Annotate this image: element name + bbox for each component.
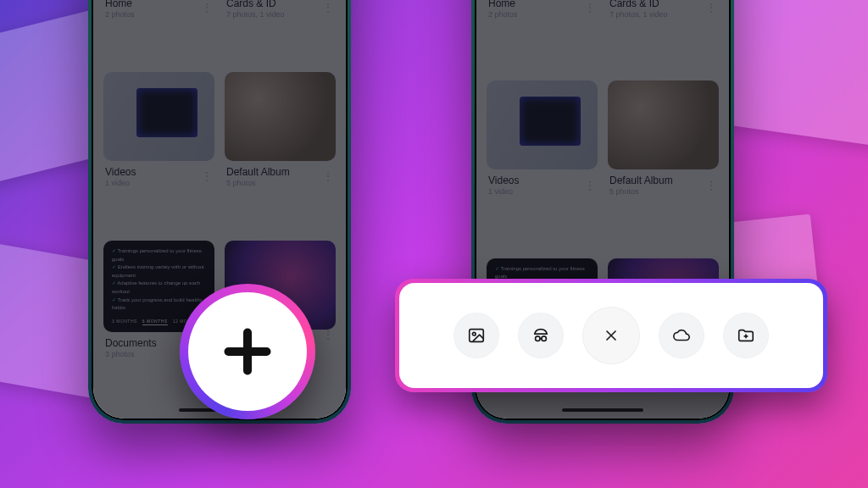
album-title: Videos (488, 175, 519, 186)
album-title: Cards & ID (609, 0, 668, 9)
checklist-line: Track your progress and build healthy ha… (112, 297, 206, 313)
album-subtitle: 2 photos (105, 10, 135, 19)
album-subtitle: 3 photos (105, 350, 157, 358)
album-item[interactable]: Home 2 photos ⋮ (103, 0, 214, 62)
svg-point-1 (472, 332, 476, 336)
add-folder-icon (737, 326, 755, 345)
cloud-icon (672, 326, 691, 345)
album-subtitle: 7 photos, 1 video (226, 10, 285, 19)
album-thumbnail (103, 72, 214, 161)
album-item[interactable]: Cards & ID 7 photos, 1 video ⋮ (608, 0, 719, 70)
album-item[interactable]: Cards & ID 7 photos, 1 video ⋮ (225, 0, 336, 62)
home-indicator (562, 408, 643, 412)
promo-stage: Home 2 photos ⋮ Cards & ID 7 photos, 1 v… (0, 0, 868, 488)
action-new-folder[interactable] (723, 313, 769, 358)
bg-photo (713, 0, 868, 147)
album-title: Documents (105, 337, 157, 349)
checklist-line: Endless training variety with or without… (112, 263, 206, 280)
svg-point-2 (536, 336, 541, 341)
action-close[interactable] (582, 307, 640, 364)
album-thumbnail (225, 72, 336, 161)
action-private[interactable] (518, 313, 564, 358)
action-cloud[interactable] (659, 313, 704, 358)
close-icon (603, 327, 620, 344)
album-subtitle: 5 photos (226, 179, 290, 187)
tab-active: 6 MONTHS (142, 318, 168, 325)
album-subtitle: 7 photos, 1 video (609, 10, 668, 19)
action-bar-inner (399, 283, 823, 388)
album-title: Default Album (609, 175, 673, 186)
action-bar (395, 279, 827, 392)
checklist-line: Trainings personalized to your fitness g… (112, 247, 206, 263)
album-title: Cards & ID (226, 0, 285, 9)
album-title: Home (488, 0, 518, 9)
album-thumbnail (487, 80, 598, 169)
svg-point-3 (542, 336, 547, 341)
album-item[interactable]: Videos 1 video ⋮ (103, 72, 214, 230)
album-subtitle: 1 video (105, 179, 136, 187)
action-photo[interactable] (453, 313, 499, 358)
album-thumbnail (608, 80, 719, 169)
plus-icon (222, 326, 273, 377)
album-subtitle: 5 photos (609, 187, 673, 196)
album-item[interactable]: Default Album 5 photos ⋮ (225, 72, 336, 230)
album-title: Home (105, 0, 135, 9)
tab: 3 MONTHS (112, 318, 137, 325)
action-bar-border (395, 279, 827, 392)
fab-inner (188, 292, 307, 411)
checklist-line: Adaptive features to change up each work… (112, 280, 206, 296)
fab-add[interactable] (180, 284, 315, 419)
album-title: Default Album (226, 166, 290, 178)
album-title: Videos (105, 166, 136, 178)
svg-rect-0 (470, 330, 484, 342)
photo-icon (467, 326, 486, 345)
album-subtitle: 2 photos (488, 10, 518, 19)
incognito-icon (531, 326, 550, 345)
album-item[interactable]: Videos 1 video ⋮ (487, 80, 598, 247)
album-item[interactable]: Default Album 5 photos ⋮ (608, 80, 719, 247)
album-subtitle: 1 video (488, 187, 519, 196)
album-item[interactable]: Home 2 photos ⋮ (487, 0, 598, 70)
